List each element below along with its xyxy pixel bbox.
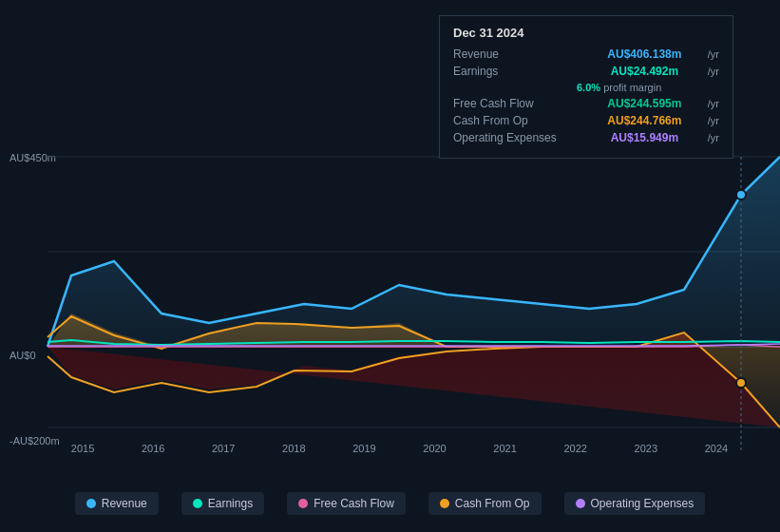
legend-dot-fcf (298, 499, 308, 508)
profit-margin-text: profit margin (603, 82, 661, 93)
legend-opex[interactable]: Operating Expenses (564, 492, 706, 515)
chart-legend: Revenue Earnings Free Cash Flow Cash Fro… (0, 492, 780, 515)
x-axis: 2015 2016 2017 2018 2019 2020 2021 2022 … (0, 443, 780, 454)
legend-dot-cashfromop (440, 499, 449, 508)
legend-earnings[interactable]: Earnings (181, 492, 264, 515)
tooltip-box: Dec 31 2024 Revenue AU$406.138m /yr Earn… (439, 15, 733, 159)
profit-margin-row: 6.0% profit margin (577, 82, 719, 93)
x-label-2024: 2024 (705, 443, 728, 454)
fcf-unit: /yr (708, 98, 719, 109)
x-label-2022: 2022 (563, 443, 586, 454)
opex-unit: /yr (708, 132, 719, 143)
x-label-2015: 2015 (71, 443, 94, 454)
tooltip-row-revenue: Revenue AU$406.138m /yr (453, 48, 719, 61)
svg-point-7 (736, 378, 746, 388)
chart-svg (0, 147, 780, 461)
legend-cashfromop[interactable]: Cash From Op (428, 492, 542, 515)
revenue-unit: /yr (708, 48, 719, 60)
earnings-unit: /yr (708, 66, 719, 77)
legend-label-opex: Operating Expenses (591, 497, 694, 510)
x-label-2016: 2016 (142, 443, 164, 454)
legend-label-cashfromop: Cash From Op (455, 497, 530, 510)
cashfromop-unit: /yr (708, 115, 719, 126)
tooltip-date: Dec 31 2024 (453, 26, 719, 40)
tooltip-row-cashfromop: Cash From Op AU$244.766m /yr (453, 114, 719, 127)
legend-revenue[interactable]: Revenue (75, 492, 159, 515)
x-label-2021: 2021 (493, 443, 516, 454)
legend-dot-revenue (86, 499, 96, 508)
tooltip-row-earnings: Earnings AU$24.492m /yr (453, 65, 719, 78)
opex-value: AU$15.949m (611, 131, 678, 144)
x-label-2020: 2020 (423, 443, 446, 454)
cashfromop-value: AU$244.766m (607, 114, 681, 127)
tooltip-row-opex: Operating Expenses AU$15.949m /yr (453, 131, 719, 144)
profit-margin-pct: 6.0% (577, 82, 600, 93)
earnings-value: AU$24.492m (611, 65, 678, 78)
fcf-label: Free Cash Flow (453, 97, 577, 110)
tooltip-row-fcf: Free Cash Flow AU$244.595m /yr (453, 97, 719, 110)
fcf-value: AU$244.595m (607, 97, 681, 110)
legend-dot-opex (576, 499, 585, 508)
svg-point-6 (736, 190, 746, 200)
revenue-label: Revenue (453, 48, 577, 61)
legend-label-fcf: Free Cash Flow (314, 497, 394, 510)
legend-dot-earnings (193, 499, 202, 508)
legend-label-revenue: Revenue (102, 497, 147, 510)
x-label-2018: 2018 (282, 443, 305, 454)
x-label-2017: 2017 (212, 443, 235, 454)
earnings-label: Earnings (453, 65, 577, 78)
revenue-value: AU$406.138m (607, 48, 681, 61)
opex-label: Operating Expenses (453, 131, 577, 144)
chart-container: Dec 31 2024 Revenue AU$406.138m /yr Earn… (0, 0, 780, 532)
legend-fcf[interactable]: Free Cash Flow (287, 492, 406, 515)
legend-label-earnings: Earnings (208, 497, 253, 510)
x-label-2019: 2019 (352, 443, 375, 454)
cashfromop-label: Cash From Op (453, 114, 577, 127)
x-label-2023: 2023 (635, 443, 657, 454)
